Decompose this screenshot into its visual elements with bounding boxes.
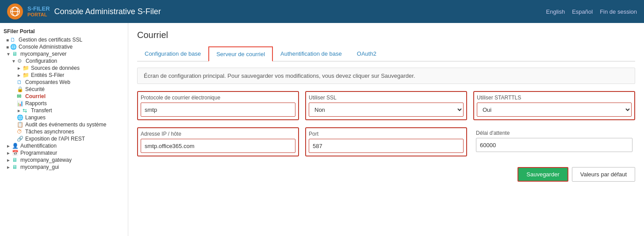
tab-bar: Configuration de base Serveur de courrie… bbox=[137, 46, 635, 61]
field-port-input[interactable] bbox=[309, 139, 464, 153]
sidebar-item-mycompany-gateway[interactable]: ► 🖥 mycompany_gateway bbox=[0, 156, 128, 164]
field-iphost-label: Adresse IP / hôte bbox=[141, 131, 295, 137]
sidebar-item-transfert[interactable]: ► ⇆ Transfert bbox=[0, 107, 128, 114]
sidebar-item-composantes-web[interactable]: 🗋 Composantes Web bbox=[0, 79, 128, 86]
header-left: S-FILER PORTAL Console Administrative S-… bbox=[7, 4, 161, 19]
sidebar: SFiler Portal ■ 🗋 Gestion des certificat… bbox=[0, 23, 128, 236]
nav-espanol[interactable]: Español bbox=[572, 8, 593, 15]
sidebar-item-sources-donnees[interactable]: ► 📁 Sources de données bbox=[0, 65, 128, 72]
tab-oauth2[interactable]: OAuth2 bbox=[349, 46, 384, 61]
app-logo bbox=[7, 4, 23, 19]
field-starttls-label: Utiliser STARTTLS bbox=[477, 95, 632, 101]
default-button[interactable]: Valeurs par défaut bbox=[572, 167, 635, 182]
field-ssl-container: Utiliser SSL Non Oui bbox=[305, 91, 467, 120]
app-header: S-FILER PORTAL Console Administrative S-… bbox=[0, 0, 644, 23]
sidebar-root[interactable]: SFiler Portal bbox=[0, 27, 128, 36]
field-ssl-select[interactable]: Non Oui bbox=[309, 103, 464, 117]
field-timeout-container: Délai d'attente bbox=[473, 127, 635, 156]
sidebar-item-programmateur[interactable]: ► 📅 Programmateur bbox=[0, 149, 128, 156]
tab-serveur-courriel[interactable]: Serveur de courriel bbox=[208, 46, 273, 61]
field-port-label: Port bbox=[309, 131, 464, 137]
main-layout: SFiler Portal ■ 🗋 Gestion des certificat… bbox=[0, 23, 644, 236]
nav-english[interactable]: English bbox=[546, 8, 565, 15]
page-title: Courriel bbox=[137, 30, 635, 40]
field-starttls: Utiliser STARTTLS Non Oui bbox=[477, 95, 632, 117]
header-title: Console Administrative S-Filer bbox=[54, 7, 161, 16]
buttons-row: Sauvegarder Valeurs par défaut bbox=[137, 164, 635, 182]
form-row-2: Adresse IP / hôte Port Délai d'attente bbox=[137, 127, 635, 156]
header-nav: English Español Fin de session bbox=[546, 8, 637, 15]
sidebar-item-courriel[interactable]: ✉ Courriel bbox=[0, 93, 128, 100]
field-iphost-input[interactable] bbox=[141, 139, 295, 153]
field-ssl: Utiliser SSL Non Oui bbox=[309, 95, 464, 117]
sidebar-item-gestion-certificats[interactable]: ■ 🗋 Gestion des certificats SSL bbox=[0, 36, 128, 43]
sidebar-item-configuration[interactable]: ▼ ⚙ Configuration bbox=[0, 57, 128, 65]
sidebar-item-api[interactable]: 🔗 Exposition de l'API REST bbox=[0, 135, 128, 142]
nav-signout[interactable]: Fin de session bbox=[600, 8, 637, 15]
field-port-container: Port bbox=[305, 127, 467, 156]
sidebar-item-mycompany-gui[interactable]: ► 🖥 mycompany_gui bbox=[0, 164, 128, 171]
sidebar-item-securite[interactable]: 🔒 Sécurité bbox=[0, 86, 128, 93]
field-timeout-input[interactable] bbox=[476, 138, 632, 152]
sidebar-item-mycompany-server[interactable]: ▼ 🖥 mycompany_server bbox=[0, 50, 128, 57]
tab-config-base[interactable]: Configuration de base bbox=[137, 46, 208, 61]
sidebar-item-langues[interactable]: 🌐 Langues bbox=[0, 114, 128, 121]
field-starttls-container: Utiliser STARTTLS Non Oui bbox=[473, 91, 635, 120]
header-sfiler: S-FILER bbox=[27, 6, 50, 12]
field-ssl-label: Utiliser SSL bbox=[309, 95, 464, 101]
header-portal: PORTAL bbox=[27, 12, 50, 17]
save-button[interactable]: Sauvegarder bbox=[518, 167, 568, 182]
sidebar-item-taches[interactable]: ⏱ Tâches asynchrones bbox=[0, 128, 128, 135]
sidebar-item-audit[interactable]: 📋 Audit des événements du système bbox=[0, 121, 128, 128]
info-box: Écran de configuration principal. Pour s… bbox=[137, 68, 635, 84]
field-timeout-label: Délai d'attente bbox=[476, 130, 632, 136]
sidebar-item-authentification[interactable]: ► 👤 Authentification bbox=[0, 142, 128, 149]
field-protocol-input[interactable] bbox=[141, 103, 295, 117]
field-timeout: Délai d'attente bbox=[476, 130, 632, 152]
tab-auth-base[interactable]: Authentification de base bbox=[273, 46, 349, 61]
field-iphost-container: Adresse IP / hôte bbox=[137, 127, 299, 156]
sidebar-item-entites-sfiler[interactable]: ► 📁 Entités S-Filer bbox=[0, 72, 128, 79]
main-content: Courriel Configuration de base Serveur d… bbox=[128, 23, 644, 236]
field-protocol-container: Protocole de courrier électronique bbox=[137, 91, 299, 120]
field-iphost: Adresse IP / hôte bbox=[141, 131, 295, 153]
sidebar-item-rapports[interactable]: 📊 Rapports bbox=[0, 100, 128, 107]
field-protocol-label: Protocole de courrier électronique bbox=[141, 95, 295, 101]
form-row-1: Protocole de courrier électronique Utili… bbox=[137, 91, 635, 120]
field-protocol: Protocole de courrier électronique bbox=[141, 95, 295, 117]
field-port: Port bbox=[309, 131, 464, 153]
field-starttls-select[interactable]: Non Oui bbox=[477, 103, 632, 117]
sidebar-item-console-admin[interactable]: ■ 🌐 Console Administrative bbox=[0, 43, 128, 50]
